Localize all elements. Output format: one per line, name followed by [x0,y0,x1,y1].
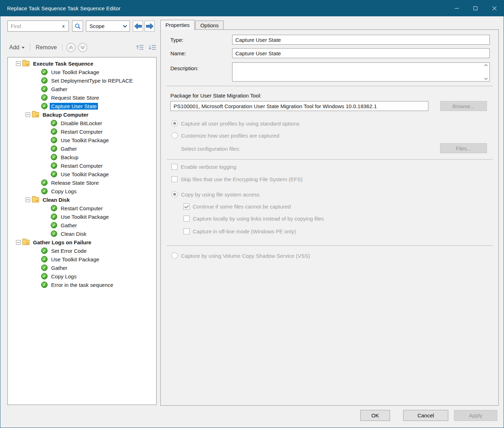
find-next-button[interactable] [144,21,155,32]
skip-efs-row: Skip files that use the Encrypting File … [171,176,302,182]
step-success-icon: ✓ [41,282,48,288]
tree-item[interactable]: ✓Restart Computer [8,204,156,212]
tree-item[interactable]: ✓Disable BitLocker [8,119,156,127]
tree-item[interactable]: ✓Release State Store [8,178,156,187]
tree-item[interactable]: ✓Restart Computer [8,161,156,170]
tree-item-label: Set DeploymentType to REPLACE [50,77,134,84]
package-field[interactable] [170,101,428,111]
tree-item[interactable]: ✓Gather [8,144,156,153]
tree-item[interactable]: ✓Error in the task sequence [8,280,156,289]
tree-item[interactable]: ✓Gather [8,85,156,93]
tree-item-label: Restart Computer [59,128,104,135]
tab-options[interactable]: Options [195,21,224,29]
name-field[interactable] [232,48,490,58]
tree-item[interactable]: ✓Clean Disk [8,229,156,238]
folder-icon [32,197,39,202]
find-previous-button[interactable] [133,21,143,32]
description-field[interactable] [232,63,483,81]
select-config-label: Select configuration files: [181,146,240,152]
scope-dropdown[interactable]: Scope [86,21,130,32]
minimize-button[interactable] [447,0,466,16]
tree-expander-icon[interactable] [26,112,30,117]
tab-bar: Properties Options [160,20,224,29]
folder-icon [32,112,39,117]
description-scrollbar[interactable] [483,63,489,80]
verbose-logging-row: Enable verbose logging [171,164,236,170]
continue-on-error-checkbox[interactable] [183,204,190,210]
capture-vss-row: Capture by using Volume Copy Shadow Serv… [171,252,310,259]
clear-find-button[interactable]: x [59,23,69,29]
capture-standard-radio[interactable] [171,120,178,127]
tree-item-label: Copy Logs [50,188,78,195]
move-up-icon [66,43,76,52]
tab-properties[interactable]: Properties [160,20,195,30]
tree-item[interactable]: ✓Gather [8,263,156,272]
add-button[interactable]: Add [7,44,26,51]
step-success-icon: ✓ [41,256,48,262]
tree-toolbar: Add Remove [7,40,157,55]
find-input[interactable] [8,23,59,29]
maximize-button[interactable] [466,0,485,16]
dialog-footer: OK Cancel Apply [360,410,497,421]
tree-item[interactable]: ✓Use Toolkit Package [8,255,156,263]
scroll-down-icon[interactable] [484,77,488,80]
type-field[interactable] [232,35,490,45]
tree-expander-icon[interactable] [16,61,21,66]
tree-item[interactable]: ✓Set DeploymentType to REPLACE [8,76,156,85]
tree-item[interactable]: ✓Backup [8,153,156,161]
tree-item[interactable]: ✓Copy Logs [8,187,156,195]
tree-item[interactable]: ✓Set Error Code [8,246,156,255]
browse-button[interactable]: Browse... [440,101,487,111]
cancel-button[interactable]: Cancel [403,410,448,421]
tree-item[interactable]: ✓Capture User State [8,102,156,110]
tree-item-label: Restart Computer [59,162,104,169]
capture-local-links-row: Capture locally by using links instead o… [183,216,324,222]
folder-icon [22,61,29,66]
toolbar-separator [62,44,62,51]
name-label: Name: [170,50,186,56]
tree-item[interactable]: Backup Computer [8,110,156,119]
scroll-up-icon[interactable] [484,64,488,68]
tree-expander-icon[interactable] [26,198,30,202]
step-success-icon: ✓ [41,94,48,101]
copy-filesystem-radio[interactable] [171,191,178,198]
search-button[interactable] [72,21,83,32]
tree-item[interactable]: Clean Disk [8,195,156,204]
capture-local-links-checkbox[interactable] [183,216,190,222]
capture-offline-checkbox[interactable] [183,228,190,234]
tree-item[interactable]: Gather Logs on Failure [8,238,156,246]
tree-item[interactable]: ✓Gather [8,221,156,229]
description-field-wrapper [232,62,490,82]
collapse-all-icon[interactable] [136,44,144,51]
tree-item[interactable]: ✓Copy Logs [8,272,156,280]
tree-item-label: Backup Computer [41,111,90,118]
ok-button[interactable]: OK [360,410,390,421]
tree-item[interactable]: ✓Use Toolkit Package [8,68,156,76]
step-success-icon: ✓ [51,120,57,126]
remove-button[interactable]: Remove [34,44,59,51]
type-label: Type: [170,37,183,43]
tree-item-label: Gather [59,145,78,152]
expand-all-icon[interactable] [148,44,157,51]
step-success-icon: ✓ [51,171,57,177]
tree-item-label: Request State Store [50,94,100,101]
apply-button[interactable]: Apply [454,410,497,421]
tree-item[interactable]: ✓Request State Store [8,93,156,102]
tree-expander-icon[interactable] [16,240,21,245]
step-success-icon: ✓ [41,188,48,194]
tree-item[interactable]: ✓Restart Computer [8,127,156,136]
tree-item[interactable]: ✓Use Toolkit Package [8,136,156,144]
move-up-button[interactable] [66,43,76,52]
verbose-logging-checkbox[interactable] [171,164,177,170]
tree-item[interactable]: ✓Use Toolkit Package [8,212,156,221]
step-success-icon: ✓ [51,154,57,160]
move-down-button[interactable] [78,43,88,52]
tree-item[interactable]: Execute Task Sequence [8,59,156,68]
files-button[interactable]: Files... [440,143,487,153]
capture-vss-radio[interactable] [171,252,178,259]
step-success-icon: ✓ [51,145,57,152]
close-button[interactable] [485,0,504,16]
capture-customize-radio[interactable] [171,132,178,139]
tree-item[interactable]: ✓Use Toolkit Package [8,170,156,178]
skip-efs-checkbox[interactable] [171,176,177,182]
